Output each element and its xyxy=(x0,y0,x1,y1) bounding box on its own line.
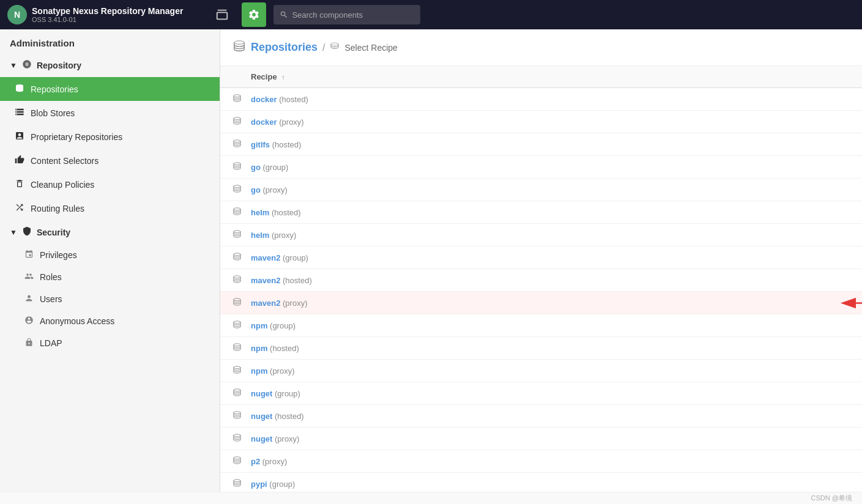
row-db-icon xyxy=(232,297,251,308)
anonymous-icon xyxy=(24,316,34,327)
ldap-icon xyxy=(24,338,34,349)
table-row[interactable]: p2 (proxy) xyxy=(220,450,862,473)
row-label: npm (group) xyxy=(251,321,850,330)
sidebar-item-cleanup-policies[interactable]: Cleanup Policies xyxy=(0,172,220,196)
table-row[interactable]: nuget (hosted) xyxy=(220,405,862,428)
svg-point-1 xyxy=(234,41,245,45)
row-label: helm (hosted) xyxy=(251,208,850,217)
row-db-icon xyxy=(232,229,251,240)
row-db-icon xyxy=(232,456,251,467)
svg-point-2 xyxy=(331,43,338,45)
sidebar-item-roles[interactable]: Roles xyxy=(0,266,220,288)
table-row[interactable]: npm (group) xyxy=(220,314,862,337)
sidebar-item-ldap[interactable]: LDAP xyxy=(0,332,220,354)
table-row[interactable]: helm (hosted) xyxy=(220,201,862,224)
svg-point-11 xyxy=(234,276,240,278)
table-row[interactable]: npm (hosted) xyxy=(220,337,862,360)
topbar: N Sonatype Nexus Repository Manager OSS … xyxy=(0,0,862,29)
repository-section[interactable]: ▼ Repository xyxy=(0,53,220,77)
row-db-icon xyxy=(232,94,251,105)
sidebar-item-users[interactable]: Users xyxy=(0,288,220,310)
roles-icon xyxy=(24,272,34,283)
table-row[interactable]: go (proxy) xyxy=(220,179,862,201)
row-label: docker (hosted) xyxy=(251,95,850,104)
sidebar-item-blob-stores-label: Blob Stores xyxy=(31,108,75,118)
repositories-icon xyxy=(15,83,24,95)
proprietary-icon xyxy=(15,131,24,143)
sidebar-item-repositories-label: Repositories xyxy=(31,84,78,94)
table-row[interactable]: maven2 (group) xyxy=(220,246,862,269)
row-db-icon xyxy=(232,275,251,286)
sidebar-item-content-selectors-label: Content Selectors xyxy=(31,156,98,166)
sidebar: Administration ▼ Repository Repositories… xyxy=(0,29,220,492)
chevron-down-icon-security: ▼ xyxy=(10,228,17,237)
table-row[interactable]: go (group) xyxy=(220,156,862,179)
sidebar-item-routing-rules[interactable]: Routing Rules xyxy=(0,196,220,220)
recipe-table[interactable]: Recipe ↑ docker (hosted)docker (proxy)gi… xyxy=(220,66,862,492)
security-section-label: Security xyxy=(37,228,70,237)
row-label: go (group) xyxy=(251,163,850,172)
table-row[interactable]: helm (proxy) xyxy=(220,224,862,246)
breadcrumb-title[interactable]: Repositories xyxy=(251,41,318,54)
row-label: nuget (hosted) xyxy=(251,412,850,421)
svg-point-18 xyxy=(234,434,240,437)
app-logo: N Sonatype Nexus Repository Manager OSS … xyxy=(7,5,183,24)
svg-point-7 xyxy=(234,185,240,188)
security-section[interactable]: ▼ Security xyxy=(0,220,220,244)
table-row[interactable]: npm (proxy) xyxy=(220,360,862,382)
row-label: nuget (proxy) xyxy=(251,434,850,443)
table-row[interactable]: gitlfs (hosted) xyxy=(220,133,862,156)
app-title: Sonatype Nexus Repository Manager OSS 3.… xyxy=(32,6,183,23)
settings-icon-btn[interactable] xyxy=(242,2,266,27)
sidebar-item-anonymous-label: Anonymous Access xyxy=(40,316,114,326)
svg-point-9 xyxy=(234,231,240,233)
content-wrapper: Recipe ↑ docker (hosted)docker (proxy)gi… xyxy=(220,66,862,492)
row-db-icon xyxy=(232,410,251,421)
svg-point-6 xyxy=(234,163,240,165)
search-bar[interactable] xyxy=(273,5,420,24)
row-db-icon xyxy=(232,207,251,218)
repository-section-label: Repository xyxy=(37,61,81,70)
table-row[interactable]: nuget (proxy) xyxy=(220,428,862,450)
chevron-down-icon: ▼ xyxy=(10,61,17,70)
browse-icon-btn[interactable] xyxy=(210,2,234,27)
cleanup-icon xyxy=(15,179,24,190)
sidebar-item-ldap-label: LDAP xyxy=(40,338,62,348)
search-icon xyxy=(280,10,288,19)
sidebar-item-routing-label: Routing Rules xyxy=(31,204,84,213)
table-row[interactable]: maven2 (hosted) xyxy=(220,269,862,292)
table-row[interactable]: docker (proxy) xyxy=(220,111,862,133)
sidebar-item-repositories[interactable]: Repositories xyxy=(0,77,220,101)
admin-header: Administration xyxy=(0,29,220,53)
sidebar-item-privileges[interactable]: Privileges xyxy=(0,244,220,266)
sidebar-item-users-label: Users xyxy=(40,294,62,304)
row-db-icon xyxy=(232,320,251,331)
sidebar-item-anonymous-access[interactable]: Anonymous Access xyxy=(0,310,220,332)
row-label: maven2 (group) xyxy=(251,253,850,262)
content-area: Repositories / Select Recipe Recipe ↑ xyxy=(220,29,862,492)
row-db-icon xyxy=(232,184,251,195)
row-db-icon xyxy=(232,433,251,444)
table-row[interactable]: docker (hosted) xyxy=(220,88,862,111)
sidebar-item-proprietary[interactable]: Proprietary Repositories xyxy=(0,125,220,149)
row-db-icon xyxy=(232,478,251,489)
sidebar-item-blob-stores[interactable]: Blob Stores xyxy=(0,101,220,125)
table-row[interactable]: maven2 (proxy) xyxy=(220,292,862,314)
row-db-icon xyxy=(232,139,251,150)
logo-icon: N xyxy=(7,5,27,24)
sidebar-item-content-selectors[interactable]: Content Selectors xyxy=(0,149,220,172)
header-recipe-col: Recipe ↑ xyxy=(251,72,850,81)
blob-stores-icon xyxy=(15,107,24,119)
footer: CSDN @希境 xyxy=(0,492,862,504)
row-db-icon xyxy=(232,116,251,127)
repository-icon xyxy=(22,59,32,71)
svg-point-16 xyxy=(234,389,240,391)
table-row[interactable]: nuget (group) xyxy=(220,382,862,405)
table-row[interactable]: pypi (group) xyxy=(220,473,862,492)
svg-point-17 xyxy=(234,412,240,414)
svg-point-3 xyxy=(234,95,240,97)
breadcrumb-sub-icon xyxy=(330,42,340,54)
row-label: helm (proxy) xyxy=(251,231,850,240)
breadcrumb-db-icon xyxy=(232,39,246,56)
search-input[interactable] xyxy=(292,10,414,20)
